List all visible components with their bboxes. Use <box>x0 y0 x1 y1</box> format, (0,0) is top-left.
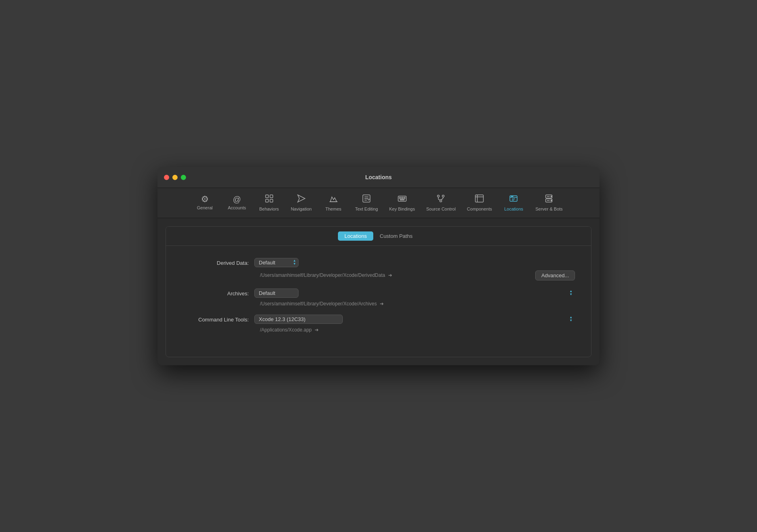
derived-data-row: Derived Data: Default ▲ ▼ <box>182 258 575 267</box>
toolbar-item-components[interactable]: Components <box>461 191 497 214</box>
derived-data-select[interactable]: Default <box>254 258 299 267</box>
archives-label: Archives: <box>182 289 254 297</box>
themes-icon <box>329 194 338 205</box>
archives-select-wrap: Default ▲ ▼ <box>254 289 575 298</box>
archives-path: /Users/amanhimself/Library/Developer/Xco… <box>260 301 575 307</box>
toolbar-label-themes: Themes <box>325 207 342 211</box>
traffic-lights <box>164 175 186 180</box>
toolbar-item-text-editing[interactable]: Text Editing <box>350 191 384 214</box>
components-icon <box>475 194 484 205</box>
derived-data-path-row: /Users/amanhimself/Library/Developer/Xco… <box>260 270 575 280</box>
command-line-tools-select-value: Xcode 12.3 (12C33) <box>259 316 305 322</box>
svg-rect-11 <box>401 197 403 198</box>
command-line-tools-path-row: /Applications/Xcode.app ➜ <box>260 327 575 333</box>
svg-rect-2 <box>266 199 268 202</box>
toolbar-item-themes[interactable]: Themes <box>317 191 350 214</box>
svg-point-23 <box>513 196 514 197</box>
main-content: Locations Custom Paths Derived Data: Def… <box>158 218 599 365</box>
advanced-button[interactable]: Advanced... <box>535 270 575 280</box>
toolbar-item-source-control[interactable]: Source Control <box>421 191 461 214</box>
toolbar-item-server-bots[interactable]: Server & Bots <box>530 191 568 214</box>
svg-point-14 <box>438 195 440 197</box>
toolbar-label-general: General <box>197 205 213 210</box>
toolbar-item-key-bindings[interactable]: Key Bindings <box>384 191 421 214</box>
server-bots-icon <box>544 194 554 205</box>
command-line-tools-select[interactable]: Xcode 12.3 (12C33) <box>254 315 343 324</box>
main-window: Locations General Accounts Behaviors <box>158 167 599 365</box>
tab-content: Derived Data: Default ▲ ▼ <box>166 246 591 357</box>
svg-point-22 <box>511 196 512 197</box>
archives-select-value: Default <box>259 290 275 296</box>
toolbar-item-general[interactable]: General <box>189 192 221 213</box>
command-line-tools-select-wrap: Xcode 12.3 (12C33) ▲ ▼ <box>254 315 575 324</box>
toolbar-label-key-bindings: Key Bindings <box>389 207 415 211</box>
svg-rect-13 <box>400 199 404 200</box>
toolbar-item-locations[interactable]: Locations <box>497 191 530 214</box>
key-bindings-icon <box>397 194 407 205</box>
window-title: Locations <box>365 174 392 180</box>
source-control-icon <box>436 194 446 205</box>
archives-path-arrow[interactable]: ➜ <box>380 301 384 307</box>
archives-select[interactable]: Default <box>254 289 299 298</box>
archives-row: Archives: Default ▲ ▼ <box>182 289 575 298</box>
tab-locations[interactable]: Locations <box>338 231 373 241</box>
archives-right: Default ▲ ▼ <box>254 289 575 298</box>
svg-point-26 <box>551 196 552 196</box>
tab-bar: Locations Custom Paths <box>166 227 591 246</box>
derived-data-path: /Users/amanhimself/Library/Developer/Xco… <box>260 272 529 278</box>
command-line-tools-label: Command Line Tools: <box>182 315 254 323</box>
command-line-tools-right: Xcode 12.3 (12C33) ▲ ▼ <box>254 315 575 324</box>
text-editing-icon <box>362 194 371 205</box>
svg-rect-10 <box>399 197 401 198</box>
command-line-tools-path: /Applications/Xcode.app ➜ <box>260 327 575 333</box>
svg-point-27 <box>551 200 552 201</box>
titlebar: Locations <box>158 167 599 188</box>
toolbar-label-navigation: Navigation <box>291 207 312 211</box>
svg-point-15 <box>442 195 444 197</box>
panel: Locations Custom Paths Derived Data: Def… <box>166 226 591 357</box>
archives-path-row: /Users/amanhimself/Library/Developer/Xco… <box>260 301 575 307</box>
svg-rect-12 <box>404 197 405 198</box>
command-line-tools-path-arrow[interactable]: ➜ <box>315 327 319 333</box>
toolbar-label-components: Components <box>467 207 492 211</box>
derived-data-path-arrow[interactable]: ➜ <box>388 272 392 278</box>
derived-data-right: Default ▲ ▼ <box>254 258 575 267</box>
command-line-tools-chevron: ▲ ▼ <box>569 316 573 322</box>
behaviors-icon <box>264 194 274 205</box>
toolbar-item-behaviors[interactable]: Behaviors <box>253 191 285 214</box>
svg-rect-3 <box>270 199 273 202</box>
svg-rect-0 <box>266 195 268 198</box>
derived-data-select-value: Default <box>259 260 275 266</box>
derived-data-select-wrap: Default ▲ ▼ <box>254 258 299 267</box>
archives-chevron: ▲ ▼ <box>569 290 573 296</box>
close-button[interactable] <box>164 175 169 180</box>
svg-marker-4 <box>298 195 305 202</box>
toolbar-label-locations: Locations <box>504 207 523 211</box>
toolbar-label-accounts: Accounts <box>228 205 246 210</box>
at-icon <box>233 195 241 204</box>
derived-data-label: Derived Data: <box>182 258 254 266</box>
svg-rect-18 <box>475 195 483 202</box>
minimize-button[interactable] <box>172 175 178 180</box>
toolbar-label-source-control: Source Control <box>426 207 456 211</box>
locations-icon <box>509 194 518 205</box>
toolbar-label-server-bots: Server & Bots <box>535 207 563 211</box>
toolbar-label-text-editing: Text Editing <box>355 207 378 211</box>
toolbar-label-behaviors: Behaviors <box>259 207 279 211</box>
tab-custom-paths[interactable]: Custom Paths <box>373 231 419 241</box>
toolbar-item-navigation[interactable]: Navigation <box>285 191 317 214</box>
navigation-icon <box>297 194 306 205</box>
toolbar: General Accounts Behaviors <box>158 188 599 218</box>
command-line-tools-row: Command Line Tools: Xcode 12.3 (12C33) ▲… <box>182 315 575 324</box>
svg-rect-1 <box>270 195 273 198</box>
maximize-button[interactable] <box>181 175 186 180</box>
toolbar-item-accounts[interactable]: Accounts <box>221 192 253 213</box>
gear-icon <box>201 195 209 204</box>
